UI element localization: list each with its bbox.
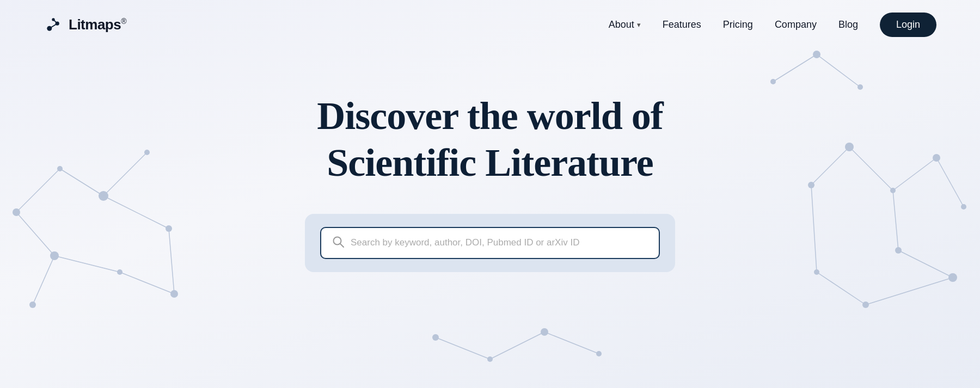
search-container [305, 214, 675, 272]
search-icon [332, 236, 344, 250]
svg-line-15 [120, 272, 174, 294]
login-button[interactable]: Login [880, 13, 936, 37]
svg-point-7 [170, 290, 178, 298]
svg-line-35 [866, 278, 953, 305]
nav-links: About ▾ Features Pricing Company Blog Lo… [609, 13, 936, 37]
page-wrapper: Litmaps® About ▾ Features Pricing Compan… [0, 0, 980, 388]
svg-line-54 [340, 244, 344, 247]
svg-line-34 [817, 272, 866, 305]
nav-about[interactable]: About ▾ [609, 19, 641, 30]
nav-company[interactable]: Company [775, 19, 817, 30]
search-box [320, 227, 660, 259]
svg-point-26 [862, 301, 869, 308]
svg-point-38 [541, 328, 548, 336]
nav-pricing[interactable]: Pricing [723, 19, 753, 30]
svg-point-39 [596, 351, 602, 356]
svg-point-37 [487, 356, 493, 362]
svg-line-41 [490, 332, 544, 359]
nav-features[interactable]: Features [663, 19, 701, 30]
svg-line-51 [50, 23, 57, 28]
chevron-down-icon: ▾ [637, 21, 641, 29]
logo-area[interactable]: Litmaps® [44, 15, 126, 34]
navbar: Litmaps® About ▾ Features Pricing Compan… [0, 0, 980, 49]
search-input[interactable] [351, 237, 648, 248]
hero-section: Discover the world of Scientific Literat… [0, 49, 980, 272]
nav-blog[interactable]: Blog [838, 19, 858, 30]
logo-icon [44, 15, 63, 34]
hero-title: Discover the world of Scientific Literat… [317, 93, 663, 187]
svg-line-40 [436, 337, 490, 359]
logo-text: Litmaps® [69, 16, 126, 33]
svg-point-8 [29, 301, 36, 308]
svg-line-52 [53, 20, 57, 23]
svg-line-42 [544, 332, 599, 354]
svg-point-24 [948, 273, 957, 282]
svg-point-36 [432, 334, 439, 341]
